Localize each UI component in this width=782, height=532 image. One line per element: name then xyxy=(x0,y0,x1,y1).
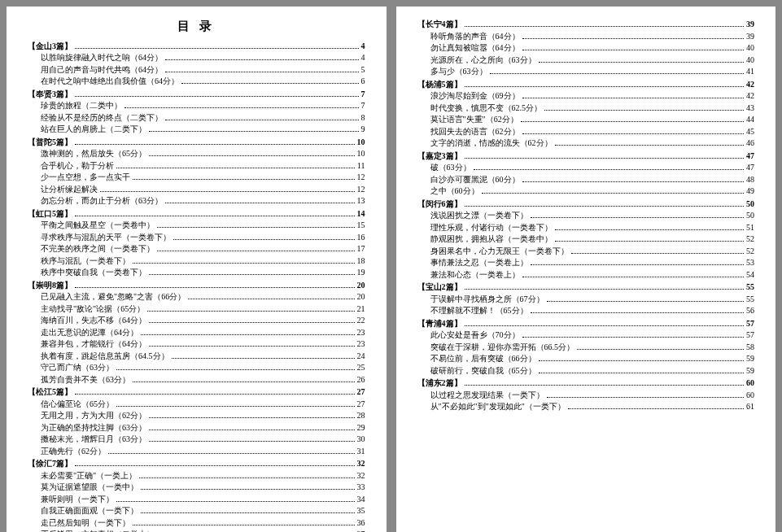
toc-entry: 找回失去的语言（62分）45 xyxy=(417,126,755,138)
entry-page: 8 xyxy=(361,112,365,124)
toc-entry: 平衡之间触及星空（一类卷中）15 xyxy=(28,220,365,232)
entry-title: 白沙亦可覆黑泥（60分） xyxy=(430,174,520,186)
toc-entry: 正确先行（62分）31 xyxy=(28,446,365,458)
entry-page: 40 xyxy=(746,55,754,67)
leader-dots xyxy=(522,45,745,50)
entry-title: 勿让真知被喧嚣（64分） xyxy=(430,42,520,55)
entry-title: 兼容并包，才能锐行（64分） xyxy=(41,338,146,351)
leader-dots xyxy=(568,403,744,409)
toc-entry: 时代变换，慎思不变（62.5分）43 xyxy=(417,102,755,115)
section-name: 杨浦5篇 xyxy=(417,79,462,91)
leader-dots xyxy=(75,389,355,395)
toc-entry: 理性乐观，付诸行动（一类卷下）51 xyxy=(417,222,755,234)
toc-entry: 以过程之思发现结果（一类下）60 xyxy=(417,390,755,402)
entry-title: 平衡之间触及星空（一类卷中） xyxy=(41,220,155,232)
leader-dots xyxy=(149,269,355,275)
entry-title: 破研前行，突破自我（65分） xyxy=(430,365,536,377)
entry-page: 55 xyxy=(746,294,754,306)
page-left: 目 录 金山3篇4以胜响旋律融入时代之响（64分）4用自己的声音与时代共鸣（64… xyxy=(7,7,387,532)
toc-entry: 文字的消逝，情感的流失（62分）46 xyxy=(417,137,755,150)
toc-entry: 勿忘分析，而勿止于分析（63分）13 xyxy=(28,195,365,207)
leader-dots xyxy=(465,284,745,290)
entry-page: 60 xyxy=(746,390,754,402)
section-header: 长宁4篇39 xyxy=(417,19,755,31)
section-page: 7 xyxy=(361,89,365,101)
leader-dots xyxy=(531,212,745,218)
leader-dots xyxy=(539,368,745,373)
toc-entry: 守己而广纳（63分）25 xyxy=(28,362,365,374)
leader-dots xyxy=(108,448,355,454)
toc-entry: 走已然后知明（一类下）36 xyxy=(28,517,365,530)
leader-dots xyxy=(555,140,745,146)
entry-page: 49 xyxy=(746,185,754,198)
section-page: 20 xyxy=(357,280,365,292)
section-name: 虹口5篇 xyxy=(28,208,72,220)
entry-page: 53 xyxy=(746,257,754,269)
entry-page: 58 xyxy=(746,342,754,354)
entry-title: 文字的消逝，情感的流失（62分） xyxy=(430,137,553,150)
toc-entry: 秩序与混乱（一类卷下）18 xyxy=(28,255,365,268)
section-header: 奉贤3篇7 xyxy=(28,89,365,101)
entry-page: 9 xyxy=(361,124,365,136)
entry-title: 于误解中寻找栖身之所（67分） xyxy=(430,294,544,306)
entry-title: 兼法和心态（一类卷上） xyxy=(430,269,520,281)
entry-page: 30 xyxy=(357,434,365,446)
entry-page: 50 xyxy=(746,210,754,222)
entry-title: 执着有度，跳起信息茧房（64.5分） xyxy=(41,351,169,363)
toc-entry: 在时代之响中雄绝出自我价值（64分）6 xyxy=(28,76,365,88)
entry-page: 26 xyxy=(357,374,365,386)
leader-dots xyxy=(149,317,355,323)
toc-entry: 信心偏至论（65分）27 xyxy=(28,399,365,411)
entry-title: 合乎机心，勒于分析 xyxy=(41,160,114,172)
entry-title: 以胜响旋律融入时代之响（64分） xyxy=(41,52,163,64)
entry-page: 33 xyxy=(357,482,365,494)
entry-page: 34 xyxy=(357,494,365,506)
toc-entry: 少一点空想，多一点实干12 xyxy=(28,172,365,184)
section-page: 32 xyxy=(357,458,365,470)
entry-page: 23 xyxy=(357,338,365,351)
entry-page: 32 xyxy=(357,470,365,482)
leader-dots xyxy=(465,380,745,386)
entry-title: 兼听则明（一类下） xyxy=(41,494,114,506)
section-page: 39 xyxy=(746,19,754,31)
toc-entry: 孤芳自贵并不美（63分）26 xyxy=(28,374,365,386)
leader-dots xyxy=(116,364,355,370)
leader-dots xyxy=(465,21,745,27)
leader-dots xyxy=(172,353,355,359)
toc-entry: 主动找寻"敌论"论据（65分）21 xyxy=(28,303,365,316)
leader-dots xyxy=(522,33,745,39)
section-page: 42 xyxy=(746,79,754,91)
entry-title: 在时代之响中雄绝出自我价值（64分） xyxy=(41,76,179,88)
entry-page: 35 xyxy=(357,505,365,517)
toc-entry: 事情兼法之忍（一类卷上）53 xyxy=(417,257,755,269)
toc-entry: 站在巨人的肩膀上（二类下）9 xyxy=(28,124,365,136)
toc-entry: 兼容并包，才能锐行（64分）23 xyxy=(28,338,365,351)
entry-title: 理性乐观，付诸行动（一类卷下） xyxy=(430,222,553,234)
toc-entry: 寻求秩序与混乱的天平（一类卷下）16 xyxy=(28,232,365,244)
toc-entry: 聆听角落的声音（64分）39 xyxy=(417,31,755,43)
toc-entry: 莫为证据遮望眼（一类中）33 xyxy=(28,482,365,494)
section-header: 青浦4篇57 xyxy=(417,318,755,330)
entry-page: 61 xyxy=(746,401,754,413)
page-right: 长宁4篇39聆听角落的声音（64分）39勿让真知被喧嚣（64分）40光源所在，心… xyxy=(396,7,776,532)
entry-page: 20 xyxy=(357,291,365,303)
toc-entry: 浅说困扰之漂（一类卷下）50 xyxy=(417,210,755,222)
entry-title: 站在巨人的肩膀上（二类下） xyxy=(41,124,146,136)
entry-page: 22 xyxy=(357,315,365,327)
section-header: 嘉定3篇47 xyxy=(417,150,755,163)
toc-entry: 执着有度，跳起信息茧房（64.5分）24 xyxy=(28,351,365,363)
entry-title: 守己而广纳（63分） xyxy=(41,362,114,374)
toc-entry: 未必需要"正确"（一类上）32 xyxy=(28,470,365,482)
toc-entry: 白沙亦可覆黑泥（60分）48 xyxy=(417,174,755,186)
entry-page: 52 xyxy=(746,246,754,258)
entry-title: 珍贵的旅程（二类中） xyxy=(41,100,122,112)
entry-title: 少一点空想，多一点实干 xyxy=(41,172,130,184)
leader-dots xyxy=(149,436,355,442)
section-header: 闵行6篇50 xyxy=(417,198,755,211)
entry-title: 正反皆思，方知真相（二类上） xyxy=(41,529,155,532)
toc-entry: 于误解中寻找栖身之所（67分）55 xyxy=(417,294,755,306)
entry-title: 经验从不是经历的终点（二类下） xyxy=(41,112,163,124)
section-name: 浦东2篇 xyxy=(417,377,462,390)
leader-dots xyxy=(147,306,354,312)
toc-entry: 为正确的坚持找注脚（63分）29 xyxy=(28,422,365,434)
